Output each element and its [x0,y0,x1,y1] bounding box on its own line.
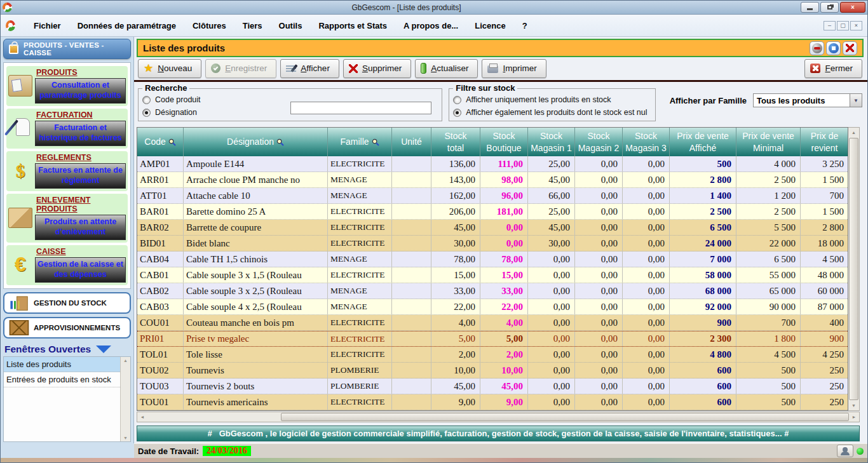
search-column-icon[interactable] [276,138,284,146]
sidebar-section-title-caisse[interactable]: CAISSE [36,247,126,256]
column-header-stock_boutique[interactable]: Stock Boutique [480,128,528,156]
table-row-cab04[interactable]: CAB04Cable TH 1,5 chinoisMENAGE78,0078,0… [137,252,848,267]
scroll-up-icon[interactable]: ▲ [123,358,128,363]
menu-item-[interactable]: ? [514,18,536,34]
menu-bar: FichierDonnées de paramétrageClôturesTie… [1,15,867,37]
column-header-code[interactable]: Code [137,128,184,156]
table-row-tou03[interactable]: TOU03Tournevis 2 boutsPLOMBERIE45,0045,0… [137,379,848,394]
filters-row: Recherche Code produitDésignation Filtre… [137,82,864,124]
scroll-down-icon[interactable]: ▼ [123,436,128,440]
mdi-restore-button[interactable]: ▢ [837,21,849,30]
column-header-magasin1[interactable]: Stock Magasin 1 [528,128,575,156]
table-row-bar01[interactable]: BAR01Barette domino 25 AELECTRICITE206,0… [137,204,848,220]
scroll-left-icon[interactable]: ◄ [137,415,147,419]
sidebar-button-enlevement-produits[interactable]: Produits en attente d'enlèvement [35,215,126,240]
menu-item-donnees-de-parametrage[interactable]: Données de paramétrage [69,18,184,34]
menu-item-clotures[interactable]: Clôtures [184,18,234,34]
imprimer-button[interactable]: Imprimer [482,59,546,78]
search-column-icon[interactable] [168,138,176,146]
sidebar-section-title-produits[interactable]: PRODUITS [36,68,126,77]
table-row-cab02[interactable]: CAB02Cable souple 3 x 2,5 (RouleauMENAGE… [137,283,848,299]
open-window-item-liste-des-produits[interactable]: Liste des produits [4,357,120,372]
menu-item-fichier[interactable]: Fichier [25,18,69,34]
cell-designation: Ampoule E144 [184,156,328,171]
table-row-cou01[interactable]: COU01Couteau manche en bois pmELECTRICIT… [137,315,848,331]
grid-vertical-scrollbar[interactable]: ▲ ▼ [848,127,860,411]
column-header-magasin2[interactable]: Stock Magasin 2 [575,128,623,156]
search-input[interactable] [290,102,431,114]
family-select[interactable]: Tous les produits ▼ [753,93,862,107]
panel-close-button[interactable] [843,41,857,55]
radio-icon[interactable] [453,96,461,104]
sidebar-item-gestion-du-stock[interactable]: GESTION DU STOCK [3,292,131,314]
search-column-icon[interactable] [372,138,379,146]
open-windows-scrollbar[interactable]: ▲ ▼ [120,357,130,441]
table-row-tou02[interactable]: TOU02TournevisPLOMBERIE10,0010,000,000,0… [137,363,848,379]
panel-restore-button[interactable] [826,41,841,55]
table-row-amp01[interactable]: AMP01Ampoule E144ELECTRICITE136,00111,00… [137,156,848,172]
table-row-bid01[interactable]: BID01Bidet blancELECTRICITE30,000,0030,0… [137,236,848,252]
cell-pv_minimal: 55 000 [736,267,801,283]
sidebar-item-approvisionnements[interactable]: APPROVISIONNEMENTS [3,317,131,339]
sidebar-button-facturation[interactable]: Facturation et historique de factures [35,121,126,146]
cell-stock_boutique: 5,00 [480,332,528,346]
table-row-arr01[interactable]: ARR01Arrache cloue PM manche noMENAGE143… [137,172,848,188]
fermer-button[interactable]: Fermer [804,59,862,78]
user-button[interactable] [837,445,853,457]
menu-item-a-propos-de[interactable]: A propos de... [395,18,466,34]
radio-icon[interactable] [142,96,151,104]
horizontal-scroll-thumb[interactable] [281,413,849,421]
vertical-scroll-thumb[interactable] [849,138,858,400]
dropdown-arrow-icon[interactable]: ▼ [850,94,862,107]
actualiser-button[interactable]: Actualiser [415,59,478,78]
stock-filter-option-afficher-uniquement-les-produits-en-stock[interactable]: Afficher uniquement les produits en stoc… [453,93,649,106]
mdi-close-button[interactable]: × [850,21,862,30]
table-row-tol01[interactable]: TOL01Tole lisseELECTRICITE2,002,000,000,… [137,347,848,363]
column-header-prix_revient[interactable]: Prix de revient [801,128,849,156]
chevron-down-icon[interactable] [96,346,111,353]
menu-item-rapports-et-stats[interactable]: Rapports et Stats [310,18,395,34]
radio-icon[interactable] [142,109,151,117]
column-header-pv_minimal[interactable]: Prix de vente Minimal [736,128,801,156]
menu-item-licence[interactable]: Licence [466,18,513,34]
column-header-designation[interactable]: Désignation [184,128,328,156]
sidebar-button-reglements[interactable]: Factures en attente de règlement [35,163,126,189]
sidebar-section-title-reglements[interactable]: REGLEMENTS [36,153,126,162]
minimize-button[interactable] [801,2,819,13]
close-button[interactable]: × [840,2,865,13]
sidebar-section-produits: PRODUITSConsultation et paramétrage prod… [6,66,128,106]
table-row-att01[interactable]: ATT01Attache cable 10MENAGE162,0096,0066… [137,188,848,204]
panel-minimize-button[interactable] [810,41,824,55]
menu-item-outils[interactable]: Outils [271,18,311,34]
scroll-up-icon[interactable]: ▲ [848,128,859,137]
scroll-right-icon[interactable]: ► [849,415,859,419]
sidebar-section-title-facturation[interactable]: FACTURATION [36,111,126,119]
sidebar-button-caisse[interactable]: Gestion de la caisse et des dépenses [35,257,126,283]
sidebar-header-products-ventes-caisse[interactable]: PRODUITS - VENTES - CAISSE [3,39,131,59]
table-row-tou01[interactable]: TOU01Tournevis americainsELECTRICITE9,00… [137,394,848,410]
column-header-stock_total[interactable]: Stock total [431,128,480,156]
open-window-item-entrees-de-produits-en-stock[interactable]: Entrées de produits en stock [4,372,120,387]
radio-icon[interactable] [453,109,461,117]
table-row-cab01[interactable]: CAB01Cable souple 3 x 1,5 (RouleauELECTR… [137,267,848,283]
column-header-famille[interactable]: Famille [328,128,392,156]
table-row-bar02[interactable]: BAR02Barrette de coupureELECTRICITE45,00… [137,220,848,236]
table-row-cab03[interactable]: CAB03Cable souple 4 x 2,5 (RouleauMENAGE… [137,299,848,315]
column-header-unite[interactable]: Unité [392,128,431,156]
column-header-pv_affiche[interactable]: Prix de vente Affiché [670,128,736,156]
stock-filter-option-afficher-egalement-les-produits-dont-le-stock-est-nul[interactable]: Afficher également les produits dont le … [453,106,649,119]
afficher-button[interactable]: Afficher [280,59,339,78]
sidebar-section-title-enlevement-produits[interactable]: ENLEVEMENT PRODUITS [36,196,126,213]
column-header-magasin3[interactable]: Stock Magasin 3 [623,128,670,156]
cell-prix_revient: 3 250 [801,156,849,171]
cell-stock_total: 30,00 [431,236,480,251]
mdi-minimize-button[interactable]: – [824,21,836,30]
restore-button[interactable] [820,2,839,13]
menu-item-tiers[interactable]: Tiers [234,18,271,34]
supprimer-button[interactable]: Supprimer [343,59,411,78]
scroll-down-icon[interactable]: ▼ [848,401,859,410]
grid-horizontal-scrollbar[interactable]: ◄ ► [137,412,860,422]
nouveau-button[interactable]: ★Nouveau [138,59,201,78]
table-row-pri01[interactable]: PRI01Prise tv megalecELECTRICITE5,005,00… [137,331,848,347]
sidebar-button-produits[interactable]: Consultation et paramétrage produits [35,78,126,104]
